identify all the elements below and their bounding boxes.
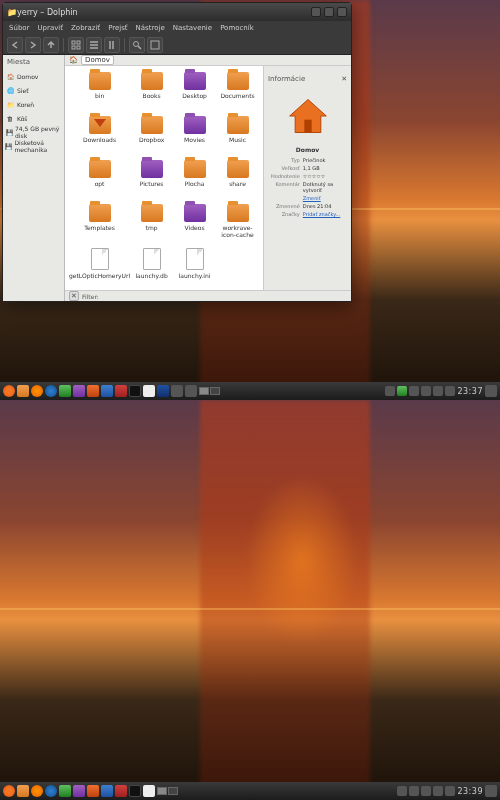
file-item[interactable]: Dropbox [130,116,173,158]
close-button[interactable] [337,7,347,17]
filter-close-button[interactable]: ✕ [69,291,79,301]
file-grid[interactable]: binBooksDesktopDocumentsDownloadsDropbox… [65,66,263,290]
launcher-terminal-icon[interactable] [129,785,141,797]
place-home[interactable]: 🏠Domov [3,69,64,83]
tray-icon[interactable] [433,786,443,796]
menu-tools[interactable]: Nástroje [136,24,165,32]
panel-top[interactable]: 23:37 [0,382,500,400]
launcher-vlc-icon[interactable] [87,785,99,797]
tray-icon[interactable] [397,786,407,796]
launcher-icon[interactable] [59,385,71,397]
tray-icon[interactable] [433,386,443,396]
file-item[interactable]: launchy.ini [173,248,216,290]
info-value: ☆☆☆☆☆ [303,173,347,179]
panel-bottom[interactable]: 23:39 [0,782,500,800]
preview-button[interactable] [147,37,163,53]
menu-settings[interactable]: Nastavenie [173,24,212,32]
launcher-files-icon[interactable] [17,385,29,397]
file-item[interactable]: Downloads [69,116,130,158]
tray-icon[interactable] [445,386,455,396]
tray-volume-icon[interactable] [421,786,431,796]
icons-view-button[interactable] [68,37,84,53]
tray-network-icon[interactable] [409,786,419,796]
file-label: getLOpticHomeryUrl [69,272,130,279]
file-item[interactable]: bin [69,72,130,114]
place-trash[interactable]: 🗑Kôš [3,111,64,125]
minimize-button[interactable] [311,7,321,17]
file-item[interactable]: workrave-icon-cache [216,204,259,246]
launcher-terminal-icon[interactable] [129,385,141,397]
up-button[interactable] [43,37,59,53]
file-item[interactable]: launchy.db [130,248,173,290]
file-item[interactable]: opt [69,160,130,202]
file-item[interactable]: share [216,160,259,202]
file-item[interactable]: Books [130,72,173,114]
tray-volume-icon[interactable] [421,386,431,396]
launcher-pidgin-icon[interactable] [73,385,85,397]
menu-help[interactable]: Pomocník [220,24,254,32]
file-item[interactable]: tmp [130,204,173,246]
launcher-icon[interactable] [171,385,183,397]
launcher-icon[interactable] [115,385,127,397]
file-item[interactable]: Documents [216,72,259,114]
info-value[interactable]: Zmeniť [303,195,347,201]
launcher-icon[interactable] [115,785,127,797]
clock[interactable]: 23:39 [457,787,483,796]
place-root[interactable]: 📁Koreň [3,97,64,111]
back-button[interactable] [7,37,23,53]
details-view-button[interactable] [86,37,102,53]
tray-network-icon[interactable] [409,386,419,396]
folder-icon [184,204,206,222]
launcher-thunderbird-icon[interactable] [45,785,57,797]
shutdown-icon[interactable] [485,385,497,397]
menu-file[interactable]: Súbor [9,24,29,32]
start-menu-icon[interactable] [3,385,15,397]
info-value[interactable]: Pridať značky... [303,211,347,217]
launcher-virtualbox-icon[interactable] [157,385,169,397]
start-menu-icon[interactable] [3,785,15,797]
workspace-switcher[interactable] [157,787,178,795]
tray-icon[interactable] [397,386,407,396]
maximize-button[interactable] [324,7,334,17]
launcher-vlc-icon[interactable] [87,385,99,397]
tray-icon[interactable] [445,786,455,796]
place-network[interactable]: 🌐Sieť [3,83,64,97]
workspace-switcher[interactable] [199,387,220,395]
menu-edit[interactable]: Upraviť [37,24,63,32]
launcher-thunderbird-icon[interactable] [45,385,57,397]
tray-icon[interactable] [385,386,395,396]
panel-close-icon[interactable]: ✕ [341,75,347,83]
desktop-bottom: 23:39 [0,400,500,800]
forward-button[interactable] [25,37,41,53]
clock[interactable]: 23:37 [457,387,483,396]
columns-view-button[interactable] [104,37,120,53]
file-item[interactable]: Videos [173,204,216,246]
place-disk[interactable]: 💾74,5 GB pevný disk [3,125,64,139]
launcher-files-icon[interactable] [17,785,29,797]
launcher-icon[interactable] [101,785,113,797]
file-item[interactable]: Pictures [130,160,173,202]
info-name: Domov [296,146,319,153]
shutdown-icon[interactable] [485,785,497,797]
launcher-pidgin-icon[interactable] [73,785,85,797]
launcher-icon[interactable] [143,385,155,397]
launcher-icon[interactable] [143,785,155,797]
file-item[interactable]: Movies [173,116,216,158]
file-item[interactable]: Templates [69,204,130,246]
find-button[interactable] [129,37,145,53]
launcher-icon[interactable] [101,385,113,397]
info-row: Hodnotenie☆☆☆☆☆ [268,173,346,179]
titlebar[interactable]: 📁 yerry – Dolphin [3,3,351,21]
launcher-firefox-icon[interactable] [31,785,43,797]
launcher-firefox-icon[interactable] [31,385,43,397]
launcher-icon[interactable] [185,385,197,397]
file-item[interactable]: getLOpticHomeryUrl [69,248,130,290]
place-floppy[interactable]: 💾Disketová mechanika [3,139,64,153]
menu-view[interactable]: Zobraziť [71,24,100,32]
breadcrumb-home[interactable]: Domov [81,55,114,65]
menu-go[interactable]: Prejsť [108,24,127,32]
file-item[interactable]: Desktop [173,72,216,114]
file-item[interactable]: Music [216,116,259,158]
launcher-icon[interactable] [59,785,71,797]
file-item[interactable]: Plocha [173,160,216,202]
